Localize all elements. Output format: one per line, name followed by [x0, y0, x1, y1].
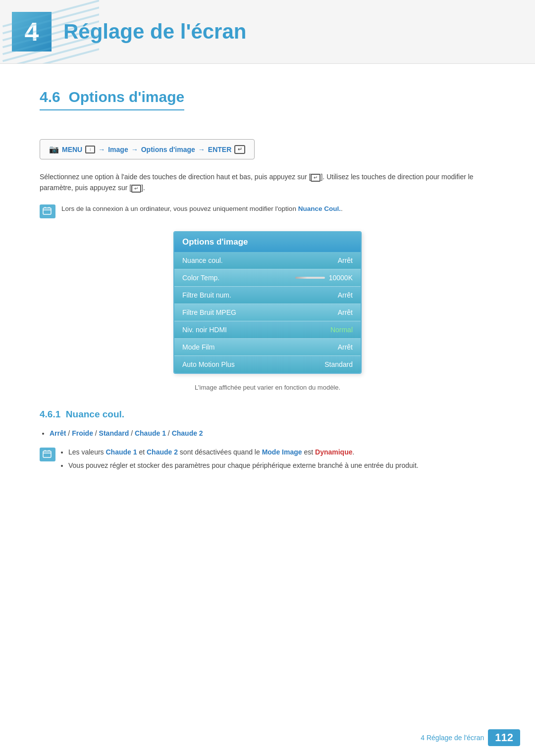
- menu-path-enter: ENTER: [208, 146, 231, 153]
- note-icon-1: [40, 204, 55, 218]
- note-text-1: Lors de la connexion à un ordinateur, vo…: [61, 203, 343, 214]
- menu-mockup-container: Options d'image Nuance coul. Arrêt Color…: [40, 231, 495, 374]
- note-icon-2: [40, 448, 55, 461]
- menu-row-automotion: Auto Motion Plus Standard: [174, 356, 361, 373]
- note-box-1: Lors de la connexion à un ordinateur, vo…: [40, 203, 495, 218]
- bullet-list-1: Arrêt / Froide / Standard / Chaude 1 / C…: [50, 428, 495, 440]
- menu-caption: L'image affichée peut varier en fonction…: [40, 384, 495, 391]
- menu-grid-icon: ⁝: [85, 146, 95, 153]
- menu-path-box: 📷 MENU ⁝ → Image → Options d'image → ENT…: [40, 139, 255, 159]
- menu-path-options: Options d'image: [141, 146, 195, 153]
- menu-row-modefilm: Mode Film Arrêt: [174, 339, 361, 356]
- menu-row-filtrempeg: Filtre Bruit MPEG Arrêt: [174, 304, 361, 321]
- footer-page-number: 112: [488, 729, 520, 746]
- section-heading: 4.6 Options d'image: [40, 89, 184, 110]
- menu-row-nuance: Nuance coul. Arrêt: [174, 252, 361, 269]
- body-paragraph-1: Sélectionnez une option à l'aide des tou…: [40, 171, 495, 194]
- menu-mockup: Options d'image Nuance coul. Arrêt Color…: [173, 231, 362, 374]
- menu-row-colortemp: Color Temp. 10000K: [174, 269, 361, 287]
- menu-row-filtrebruit: Filtre Bruit num. Arrêt: [174, 287, 361, 304]
- chapter-header: 4 Réglage de l'écran: [0, 0, 535, 64]
- footer-text: 4 Réglage de l'écran: [421, 734, 484, 742]
- bullet-item-options: Arrêt / Froide / Standard / Chaude 1 / C…: [50, 428, 495, 440]
- svg-rect-0: [43, 208, 51, 214]
- page-footer: 4 Réglage de l'écran 112: [421, 729, 520, 746]
- color-temp-bar: 10000K: [295, 274, 353, 282]
- subsection-heading: 4.6.1 Nuance coul.: [40, 409, 495, 420]
- note-bullet-2: Vous pouvez régler et stocker des paramè…: [68, 460, 419, 472]
- enter-icon: ↵: [234, 145, 245, 154]
- stripe-decoration: [0, 0, 99, 63]
- menu-path-image: Image: [108, 146, 128, 153]
- note-bullet-list: Les valeurs Chaude 1 et Chaude 2 sont dé…: [68, 447, 419, 472]
- note-bullet-1: Les valeurs Chaude 1 et Chaude 2 sont dé…: [68, 447, 419, 458]
- svg-rect-4: [43, 451, 51, 457]
- menu-mockup-header: Options d'image: [174, 232, 361, 252]
- menu-path-menu: MENU: [62, 146, 82, 153]
- menu-row-hdmi: Niv. noir HDMI Normal: [174, 321, 361, 339]
- note-box-2: Les valeurs Chaude 1 et Chaude 2 sont dé…: [40, 447, 495, 479]
